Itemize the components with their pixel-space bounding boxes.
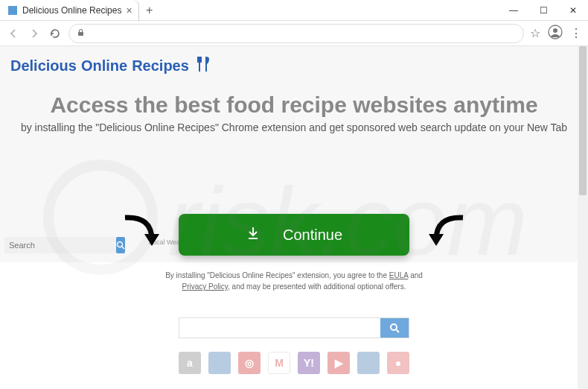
- logo-word-2: Online: [81, 57, 127, 75]
- quick-tile-1[interactable]: [208, 352, 231, 374]
- page-headline: Access the best food recipe websites any…: [0, 92, 588, 118]
- window-controls: — ☐ ✕: [499, 0, 588, 21]
- lower-search-button[interactable]: [380, 318, 409, 338]
- svg-rect-1: [78, 32, 83, 36]
- download-icon: [246, 226, 261, 244]
- svg-rect-5: [197, 57, 199, 63]
- tab-title: Delicious Online Recipes: [22, 5, 121, 16]
- profile-icon[interactable]: [548, 25, 563, 42]
- close-tab-icon[interactable]: ×: [126, 4, 132, 16]
- vertical-scrollbar[interactable]: [578, 46, 588, 389]
- svg-point-3: [553, 28, 557, 33]
- scrollbar-thumb[interactable]: [579, 46, 587, 195]
- lower-search-bar: [179, 317, 409, 338]
- window-title-bar: Delicious Online Recipes × + — ☐ ✕: [0, 0, 588, 21]
- new-tab-button[interactable]: +: [139, 4, 160, 17]
- quick-tile-7[interactable]: ●: [387, 352, 409, 374]
- quick-tile-5[interactable]: ▶: [327, 352, 350, 374]
- continue-button[interactable]: Continue: [179, 214, 409, 256]
- logo-word-1: Delicious: [10, 57, 77, 75]
- bookmark-star-icon[interactable]: ☆: [530, 26, 540, 40]
- address-bar[interactable]: [68, 24, 524, 43]
- tab-favicon: [7, 5, 18, 16]
- browser-nav-bar: ☆ ⋮: [0, 21, 588, 46]
- back-button[interactable]: [6, 26, 21, 41]
- lock-icon: [77, 28, 85, 38]
- quick-tile-2[interactable]: ◎: [238, 352, 261, 374]
- disclaimer-suffix: , and may be presented with additional o…: [228, 282, 406, 291]
- minimize-button[interactable]: —: [499, 0, 528, 21]
- disclaimer-prefix: By installing "Delicious Online Recipes"…: [165, 271, 389, 279]
- arrow-right-icon: [423, 210, 472, 259]
- quick-tile-0[interactable]: a: [179, 352, 201, 374]
- arrow-left-icon: [116, 210, 165, 259]
- quick-tile-6[interactable]: [357, 352, 380, 374]
- maximize-button[interactable]: ☐: [528, 0, 558, 21]
- svg-point-10: [391, 324, 397, 330]
- quick-tile-3[interactable]: M: [268, 352, 290, 374]
- menu-icon[interactable]: ⋮: [570, 26, 582, 40]
- quick-tile-4[interactable]: Y!: [298, 352, 320, 374]
- quick-link-tiles: a◎MY!▶●: [179, 352, 409, 374]
- disclaimer-text: By installing "Delicious Online Recipes"…: [0, 270, 588, 292]
- site-logo: Delicious Online Recipes: [10, 55, 211, 76]
- privacy-policy-link[interactable]: Privacy Policy: [182, 282, 229, 291]
- continue-label: Continue: [283, 227, 342, 244]
- svg-line-11: [396, 329, 399, 332]
- forward-button[interactable]: [27, 26, 42, 41]
- close-button[interactable]: ✕: [558, 0, 588, 21]
- cta-row: Continue: [0, 210, 588, 259]
- page-subheadline: by installing the "Delicious Online Reci…: [4, 121, 584, 136]
- svg-rect-6: [200, 57, 202, 63]
- page-content: Delicious Online Recipes Access the best…: [0, 46, 588, 389]
- svg-rect-0: [8, 6, 17, 15]
- eula-link[interactable]: EULA: [389, 271, 409, 279]
- reload-button[interactable]: [48, 26, 63, 41]
- fork-knife-icon: [196, 55, 211, 76]
- lower-search-input[interactable]: [179, 318, 380, 338]
- browser-tab[interactable]: Delicious Online Recipes ×: [0, 0, 139, 21]
- logo-word-3: Recipes: [132, 57, 189, 75]
- disclaimer-and: and: [408, 271, 422, 279]
- svg-rect-4: [199, 57, 200, 72]
